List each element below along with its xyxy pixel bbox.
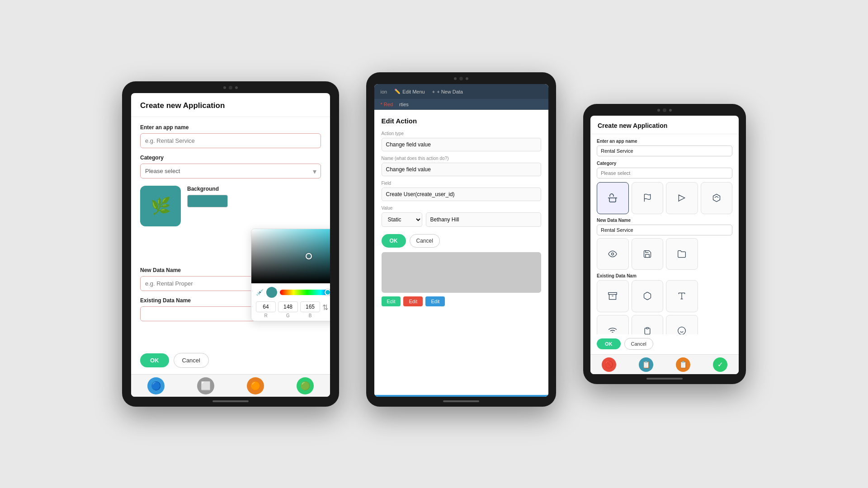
edit-action-title: Edit Action [382, 117, 541, 125]
cam-dot-1 [454, 77, 457, 80]
nav-btn-green-left[interactable]: 🟢 [297, 377, 314, 394]
app-name-label-right: Enter an app name [597, 139, 732, 144]
new-data-label-right: New Data Name [597, 218, 732, 223]
nav-btn-gray-left[interactable]: ⬜ [197, 377, 214, 394]
new-data-input-right[interactable] [597, 225, 732, 235]
category-label-right: Category [597, 161, 732, 166]
flag-icon-1 [643, 193, 652, 202]
tablet-camera-left [223, 86, 238, 89]
icons-grid-4 [597, 315, 732, 335]
topbar-edit-menu[interactable]: ✏️ Edit Menu [394, 89, 425, 94]
leaf-icon: 🌿 [151, 197, 171, 216]
icons-grid-2 [597, 238, 732, 270]
bottom-nav-left: 🔵 ⬜ 🟠 🟢 [131, 374, 330, 397]
hue-thumb[interactable] [325, 289, 330, 296]
r-value-box: R [256, 301, 276, 318]
icon-cell-1[interactable] [632, 182, 664, 214]
ok-button-center[interactable]: OK [382, 234, 406, 248]
field-input[interactable] [382, 188, 541, 201]
nav-btn-orange-right[interactable]: 📋 [676, 357, 690, 372]
icon-cell-3[interactable] [701, 182, 733, 214]
topbar-new-data[interactable]: + + New Data [432, 89, 463, 94]
icon-cell-6[interactable] [666, 238, 698, 270]
category-label-left: Category [140, 155, 321, 161]
nav-btn-green-right[interactable]: ✓ [713, 357, 727, 372]
b-input[interactable] [300, 301, 320, 312]
svg-point-0 [612, 253, 614, 255]
icon-cell-11[interactable] [632, 315, 664, 335]
icons-grid-3 [597, 280, 732, 312]
edit-btn-1[interactable]: Edit [382, 296, 401, 306]
app-name-input-right[interactable] [597, 145, 732, 156]
dialog-footer-left: OK Cancel [131, 348, 330, 374]
value-row: Static [382, 212, 541, 227]
value-content-input[interactable] [426, 212, 541, 227]
handshake-icon [712, 193, 721, 202]
cancel-button-center[interactable]: Cancel [410, 234, 440, 248]
create-app-dialog-left: Create new Application Enter an app name… [131, 93, 330, 397]
r-input[interactable] [256, 301, 276, 312]
ok-button-right[interactable]: OK [597, 338, 621, 349]
name-input[interactable] [382, 163, 541, 176]
icon-cell-9[interactable] [666, 280, 698, 312]
gradient-thumb[interactable] [306, 253, 312, 259]
nav-btn-gray-right[interactable]: 📋 [639, 357, 653, 372]
background-label: Background [187, 186, 321, 192]
g-label: G [286, 313, 290, 318]
topbar-ion: ion [381, 89, 387, 94]
icon-cell-0[interactable] [597, 182, 629, 214]
r-label: R [264, 313, 267, 318]
eyedropper-icon[interactable]: 💉 [256, 289, 264, 296]
color-controls: 💉 R [251, 283, 330, 321]
home-bar-center [443, 400, 479, 402]
redo-btn[interactable]: * Red [381, 102, 393, 107]
cam-dot-r2 [669, 109, 672, 112]
edit-btn-3[interactable]: Edit [425, 296, 445, 306]
svg-point-5 [678, 327, 686, 334]
color-right: Background [187, 186, 321, 226]
icon-cell-10[interactable] [597, 315, 629, 335]
properties-btn[interactable]: rties [399, 102, 409, 107]
color-swatch[interactable] [187, 195, 228, 207]
color-preview-circle [266, 287, 277, 298]
home-bar-right [646, 378, 683, 380]
tablet-right: Create new Application Enter an app name… [583, 104, 746, 384]
archive-icon [608, 291, 617, 300]
cancel-button-left[interactable]: Cancel [174, 353, 209, 368]
gradient-area[interactable] [251, 229, 330, 283]
nav-btn-orange-left[interactable]: 🟠 [247, 377, 264, 394]
ok-button-left[interactable]: OK [140, 353, 169, 367]
value-type-select[interactable]: Static [382, 212, 422, 227]
nav-btn-blue-right[interactable]: 🚫 [602, 357, 616, 372]
g-input[interactable] [278, 301, 298, 312]
color-mode-toggle[interactable]: ⇅ [322, 303, 328, 318]
scene: Create new Application Enter an app name… [0, 0, 868, 488]
dialog-body-left: Enter an app name Category 🌿 Background [131, 117, 330, 348]
cancel-button-right[interactable]: Cancel [624, 338, 653, 350]
icon-cell-2[interactable] [666, 182, 698, 214]
center-subbar: * Red rties [374, 99, 548, 110]
hue-row: 💉 [256, 287, 330, 298]
category-input-right[interactable] [597, 168, 732, 178]
action-type-input[interactable] [382, 138, 541, 151]
icon-cell-8[interactable] [632, 280, 664, 312]
icon-cell-4[interactable] [597, 238, 629, 270]
category-select-left[interactable] [140, 164, 321, 178]
icon-cell-12[interactable] [666, 315, 698, 335]
icon-cell-7[interactable] [597, 280, 629, 312]
save-icon [643, 249, 652, 258]
category-select-wrapper-left [140, 164, 321, 178]
icon-cell-5[interactable] [632, 238, 664, 270]
hue-slider[interactable] [280, 290, 330, 295]
smile-icon [677, 326, 686, 334]
plus-icon: + [432, 89, 435, 94]
edit-action-modal: Edit Action Action type Name (what does … [374, 110, 548, 395]
edit-buttons-row: Edit Edit Edit [382, 296, 541, 306]
camera-lens [229, 86, 232, 89]
app-name-input-left[interactable] [140, 133, 321, 148]
app-name-label-left: Enter an app name [140, 124, 321, 131]
edit-btn-2[interactable]: Edit [403, 296, 423, 306]
nav-btn-blue-left[interactable]: 🔵 [147, 377, 165, 394]
color-picker-popup: 💉 R [251, 229, 330, 321]
svg-rect-1 [609, 293, 617, 295]
